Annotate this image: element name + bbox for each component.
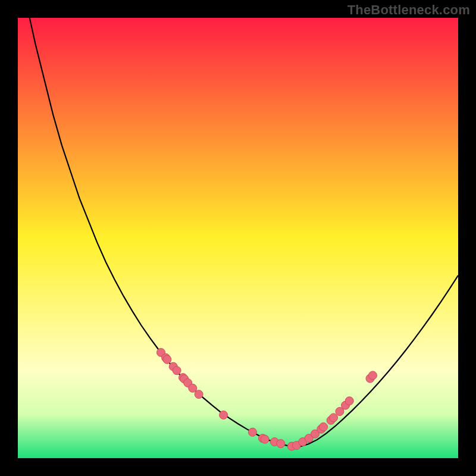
data-marker — [345, 397, 353, 405]
data-marker — [368, 371, 377, 380]
data-marker — [320, 422, 328, 431]
watermark-label: TheBottleneck.com — [347, 2, 470, 18]
data-marker — [195, 390, 203, 399]
data-marker — [277, 440, 285, 448]
data-marker — [163, 355, 171, 364]
bottleneck-chart-svg — [18, 18, 458, 458]
data-marker — [330, 414, 338, 422]
data-marker — [220, 411, 228, 419]
data-marker — [248, 428, 256, 436]
data-marker — [261, 435, 269, 443]
gradient-background — [18, 18, 458, 458]
chart-plot-area — [18, 18, 458, 458]
data-marker — [173, 367, 181, 375]
data-marker — [189, 384, 197, 392]
